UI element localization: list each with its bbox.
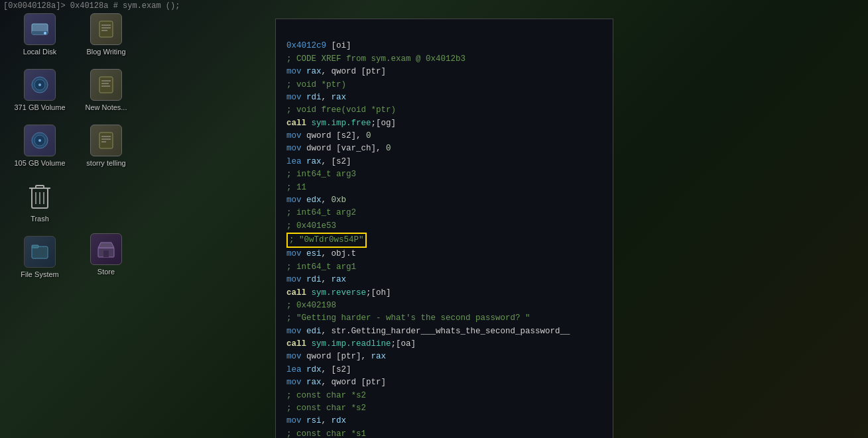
blog-writing-icon	[90, 13, 122, 45]
svg-rect-15	[32, 246, 48, 258]
svg-rect-17	[99, 21, 113, 37]
terminal-top-bar: [0x0040128a]> 0x40128a # sym.exam ();	[0, 1, 180, 11]
svg-rect-30	[103, 250, 109, 257]
local-disk-icon	[24, 13, 56, 45]
store-label: Store	[97, 268, 115, 276]
icon-file-system[interactable]: File System	[13, 236, 66, 278]
svg-point-2	[44, 32, 46, 34]
icon-blog-writing[interactable]: Blog Writing	[80, 13, 133, 56]
371gb-icon	[24, 69, 56, 101]
icon-story-telling[interactable]: storry telling	[80, 125, 133, 167]
story-telling-label: storry telling	[86, 159, 125, 167]
svg-rect-21	[99, 77, 113, 93]
svg-rect-11	[36, 186, 44, 188]
105gb-icon	[24, 125, 56, 156]
desktop-icons-col2: Blog Writing New Notes... storry telling…	[73, 0, 139, 438]
371gb-label: 371 GB Volume	[14, 103, 65, 111]
desktop-icons-col1: Local Disk 371 GB Volume 105 GB Volume T…	[0, 0, 80, 438]
icon-new-notes[interactable]: New Notes...	[80, 69, 133, 111]
svg-rect-16	[32, 245, 38, 248]
trash-icon	[24, 180, 56, 212]
svg-rect-25	[99, 133, 113, 148]
terminal-command: [0x0040128a]> 0x40128a # sym.exam ();	[3, 1, 180, 11]
new-notes-label: New Notes...	[86, 103, 127, 111]
file-system-label: File System	[21, 270, 58, 278]
icon-trash[interactable]: Trash	[13, 180, 66, 223]
local-disk-label: Local Disk	[23, 48, 57, 56]
icon-371gb[interactable]: 371 GB Volume	[13, 69, 66, 111]
code-content: 0x4012c9 [oi] ; CODE XREF from sym.exam …	[276, 25, 613, 438]
icon-local-disk[interactable]: Local Disk	[13, 13, 66, 56]
file-system-icon	[24, 236, 56, 268]
105gb-label: 105 GB Volume	[14, 159, 65, 167]
blog-writing-label: Blog Writing	[86, 48, 125, 56]
story-telling-icon	[90, 125, 122, 156]
svg-point-5	[38, 83, 41, 86]
icon-105gb[interactable]: 105 GB Volume	[13, 125, 66, 167]
new-notes-icon	[90, 69, 122, 101]
store-icon	[90, 233, 122, 265]
icon-store[interactable]: Store	[80, 233, 133, 276]
code-window: 0x4012c9 [oi] ; CODE XREF from sym.exam …	[275, 19, 613, 438]
trash-label: Trash	[31, 215, 49, 223]
svg-point-8	[38, 139, 41, 142]
